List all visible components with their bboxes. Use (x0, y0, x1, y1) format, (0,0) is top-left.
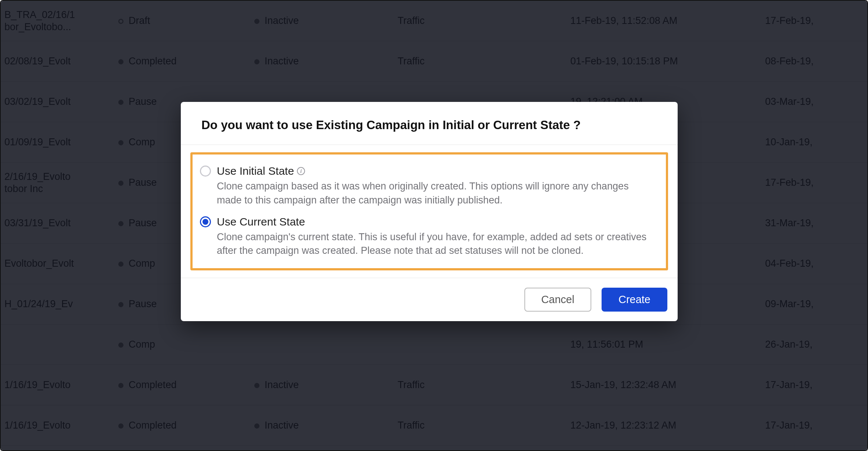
option-initial-state[interactable]: Use Initial State i Clone campaign based… (200, 163, 655, 210)
radio-current-state[interactable] (200, 216, 211, 227)
options-highlight: Use Initial State i Clone campaign based… (190, 152, 668, 270)
option-desc: Clone campaign based as it was when orig… (217, 180, 655, 207)
modal-footer: Cancel Create (181, 278, 678, 321)
create-button[interactable]: Create (602, 288, 667, 312)
modal-body: Use Initial State i Clone campaign based… (181, 145, 678, 278)
info-icon[interactable]: i (297, 167, 305, 175)
option-label-text: Use Current State (217, 216, 305, 228)
modal-header: Do you want to use Existing Campaign in … (181, 102, 678, 145)
option-label-text: Use Initial State (217, 165, 294, 177)
option-label: Use Current State (217, 216, 655, 228)
radio-initial-state[interactable] (200, 166, 211, 177)
clone-state-modal: Do you want to use Existing Campaign in … (181, 102, 678, 321)
option-desc: Clone campaign's current state. This is … (217, 230, 655, 258)
option-current-state[interactable]: Use Current State Clone campaign's curre… (200, 213, 655, 260)
modal-title: Do you want to use Existing Campaign in … (201, 118, 657, 132)
option-label: Use Initial State i (217, 165, 655, 177)
cancel-button[interactable]: Cancel (524, 288, 591, 312)
